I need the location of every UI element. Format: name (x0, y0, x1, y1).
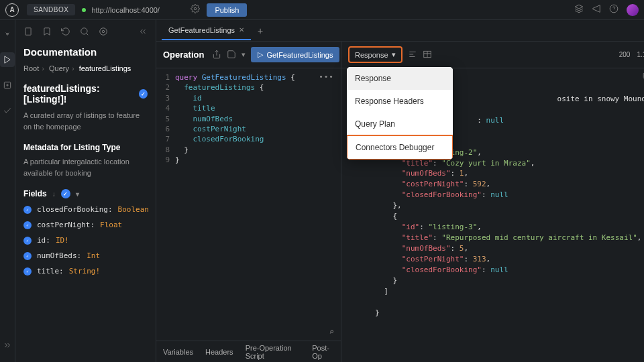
doc-icon[interactable] (23, 27, 33, 38)
operation-header: Operation ▾ ▷ GetFeaturedListings (156, 42, 341, 68)
svg-point-2 (610, 5, 618, 13)
settings-icon[interactable] (99, 27, 108, 38)
rail-checks-icon[interactable] (0, 103, 15, 118)
svg-rect-9 (25, 28, 31, 36)
field-description: A curated array of listings to feature o… (23, 110, 148, 132)
apollo-logo-icon[interactable]: A (5, 3, 19, 17)
metadata-title: Metadata for Listing Type (23, 143, 148, 152)
bottom-tab[interactable]: Variables (163, 348, 193, 356)
collapse-sidebar-icon[interactable] (138, 27, 148, 38)
breadcrumb-query[interactable]: Query (49, 64, 69, 72)
dropdown-item[interactable]: Connectors Debugger (347, 135, 453, 160)
speedometer-icon[interactable]: ⌕ (329, 327, 334, 337)
response-pane: Response ▾ 200 1.14s 0B (341, 42, 644, 362)
left-rail (0, 20, 15, 362)
field-row[interactable]: ✓title: String! (23, 267, 148, 276)
sidebar-toolbar (23, 27, 148, 38)
check-badge-icon: ✓ (139, 89, 148, 99)
add-tab-icon[interactable]: + (258, 25, 263, 36)
op-chevron-icon[interactable]: ▾ (241, 50, 246, 59)
svg-point-10 (81, 28, 87, 34)
fields-list: ✓closedForBooking: Boolean✓costPerNight:… (23, 205, 148, 282)
rail-add-icon[interactable] (0, 78, 15, 93)
more-icon[interactable]: ••• (319, 72, 334, 81)
bottom-tab[interactable]: Post-Op (312, 344, 334, 360)
topbar-right (574, 4, 639, 16)
fields-header: Fields ↓ ✓ ▾ (23, 189, 148, 198)
field-check-icon: ✓ (23, 237, 32, 245)
svg-point-0 (195, 7, 197, 10)
metadata-description: A particular intergalactic location avai… (23, 156, 148, 178)
settings-gear-icon[interactable] (191, 4, 200, 15)
query-editor[interactable]: ••• 1query GetFeaturedListings {2 featur… (156, 68, 341, 341)
rail-sandbox-icon[interactable] (0, 52, 15, 67)
svg-marker-5 (5, 56, 10, 64)
svg-line-11 (87, 34, 89, 36)
svg-point-13 (100, 28, 107, 36)
chevron-down-icon: ▾ (392, 50, 396, 59)
response-time: 1.14s (637, 51, 644, 58)
svg-point-12 (102, 30, 105, 33)
breadcrumb-root[interactable]: Root (23, 64, 39, 72)
sort-icon[interactable]: ↓ (52, 190, 56, 198)
documentation-title: Documentation (23, 46, 148, 58)
dropdown-item[interactable]: Response Headers (347, 90, 453, 113)
share-icon[interactable] (212, 50, 221, 60)
response-stats: 200 1.14s 0B (619, 51, 644, 58)
bottom-tab[interactable]: Headers (205, 348, 233, 356)
save-icon[interactable] (227, 50, 236, 60)
publish-button[interactable]: Publish (207, 3, 247, 17)
field-check-icon: ✓ (23, 252, 32, 260)
operation-title: Operation (163, 50, 204, 60)
rail-explorer-icon[interactable] (0, 27, 15, 42)
status-code: 200 (619, 51, 631, 58)
variables-tabs: VariablesHeadersPre-Operation ScriptPost… (156, 341, 341, 362)
table-icon[interactable] (423, 50, 432, 60)
run-operation-button[interactable]: ▷ GetFeaturedListings (251, 47, 339, 62)
field-check-icon: ✓ (23, 221, 32, 229)
breadcrumb-current[interactable]: featuredListings (79, 64, 131, 72)
dropdown-item[interactable]: Response (347, 67, 453, 90)
help-icon[interactable] (609, 4, 619, 15)
chevron-down-icon[interactable]: ▾ (76, 190, 79, 198)
dropdown-item[interactable]: Query Plan (347, 113, 453, 135)
search-icon[interactable] (80, 27, 89, 38)
status-dot-icon (82, 8, 86, 12)
format-icon[interactable] (408, 50, 417, 60)
user-avatar[interactable] (627, 4, 639, 16)
field-signature: featuredListings: [Listing!]! ✓ (23, 83, 148, 105)
field-row[interactable]: ✓closedForBooking: Boolean (23, 205, 148, 214)
sidebar: Documentation Root› Query› featuredListi… (15, 20, 156, 362)
field-row[interactable]: ✓id: ID! (23, 236, 148, 245)
main-layout: Documentation Root› Query› featuredListi… (0, 20, 644, 362)
bookmark-icon[interactable] (42, 27, 52, 38)
response-dropdown-menu: ResponseResponse HeadersQuery PlanConnec… (347, 67, 453, 160)
layers-icon[interactable] (574, 4, 584, 15)
query-pane: Operation ▾ ▷ GetFeaturedListings ••• 1q… (156, 42, 341, 362)
response-header: Response ▾ 200 1.14s 0B (341, 42, 644, 68)
bottom-tab[interactable]: Pre-Operation Script (246, 344, 301, 360)
history-icon[interactable] (61, 27, 70, 38)
tab-operation[interactable]: GetFeaturedListings ✕ (162, 21, 251, 40)
sandbox-badge[interactable]: SANDBOX (27, 4, 75, 15)
field-row[interactable]: ✓numOfBeds: Int (23, 251, 148, 260)
filter-check-icon[interactable]: ✓ (61, 189, 70, 198)
rail-expand-icon[interactable] (0, 338, 15, 353)
tabs-bar: GetFeaturedListings ✕ + (156, 20, 644, 42)
play-icon: ▷ (258, 50, 263, 59)
topbar: A SANDBOX Publish (0, 0, 644, 20)
close-tab-icon[interactable]: ✕ (239, 26, 244, 34)
field-row[interactable]: ✓costPerNight: Float (23, 221, 148, 229)
svg-marker-1 (575, 5, 583, 9)
field-check-icon: ✓ (23, 206, 32, 214)
field-check-icon: ✓ (23, 267, 32, 276)
announce-icon[interactable] (592, 4, 601, 15)
content-area: GetFeaturedListings ✕ + Operation ▾ ▷ Ge… (156, 20, 644, 362)
response-dropdown-button[interactable]: Response ▾ (348, 46, 402, 63)
breadcrumb: Root› Query› featuredListings (23, 64, 148, 72)
editor-area: Operation ▾ ▷ GetFeaturedListings ••• 1q… (156, 42, 644, 362)
url-input[interactable] (91, 6, 185, 14)
